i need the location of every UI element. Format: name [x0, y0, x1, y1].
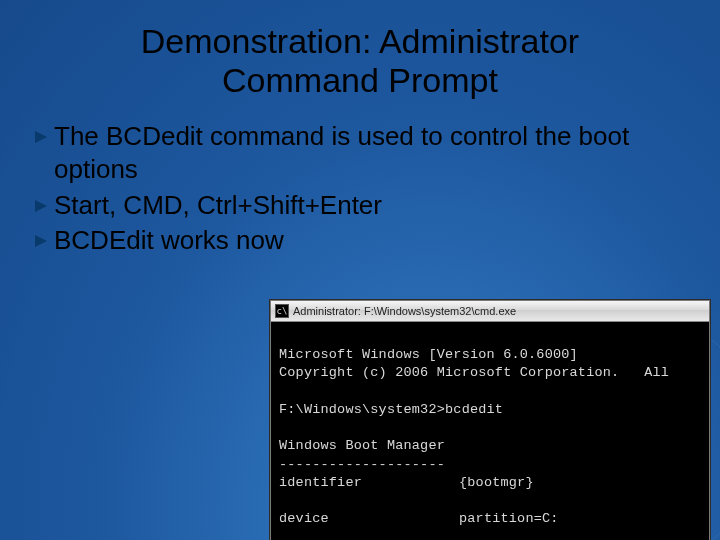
list-item: The BCDedit command is used to control t…	[34, 120, 686, 187]
bullet-text: BCDEdit works now	[54, 224, 686, 257]
cmd-section: Windows Boot Manager	[279, 438, 445, 453]
bullet-text: The BCDedit command is used to control t…	[54, 120, 686, 187]
list-item: Start, CMD, Ctrl+Shift+Enter	[34, 189, 686, 222]
cmd-line: F:\Windows\system32>bcdedit	[279, 402, 503, 417]
cmd-window: c\ Administrator: F:\Windows\system32\cm…	[270, 300, 710, 540]
bullet-text: Start, CMD, Ctrl+Shift+Enter	[54, 189, 686, 222]
list-item: BCDEdit works now	[34, 224, 686, 257]
slide-title: Demonstration: Administrator Command Pro…	[0, 0, 720, 114]
cmd-kv-key: identifier	[279, 474, 459, 492]
cmd-line: Copyright (c) 2006 Microsoft Corporation…	[279, 365, 669, 380]
cmd-rule: --------------------	[279, 457, 445, 472]
cmd-kv-val: {bootmgr}	[459, 474, 534, 492]
svg-marker-0	[35, 131, 47, 143]
cmd-kv-val: partition=C:	[459, 510, 559, 528]
cmd-icon: c\	[275, 304, 289, 318]
bullet-list: The BCDedit command is used to control t…	[0, 114, 720, 257]
cmd-kv-row: devicepartition=C:	[279, 510, 701, 528]
cmd-terminal: Microsoft Windows [Version 6.0.6000] Cop…	[271, 322, 709, 540]
svg-marker-2	[35, 235, 47, 247]
svg-marker-1	[35, 200, 47, 212]
bullet-arrow-icon	[34, 234, 48, 248]
bullet-arrow-icon	[34, 199, 48, 213]
bullet-arrow-icon	[34, 130, 48, 144]
cmd-line: Microsoft Windows [Version 6.0.6000]	[279, 347, 578, 362]
cmd-kv-row: identifier{bootmgr}	[279, 474, 701, 492]
cmd-window-title: Administrator: F:\Windows\system32\cmd.e…	[293, 305, 516, 317]
cmd-kv-key: device	[279, 510, 459, 528]
cmd-titlebar: c\ Administrator: F:\Windows\system32\cm…	[271, 301, 709, 322]
